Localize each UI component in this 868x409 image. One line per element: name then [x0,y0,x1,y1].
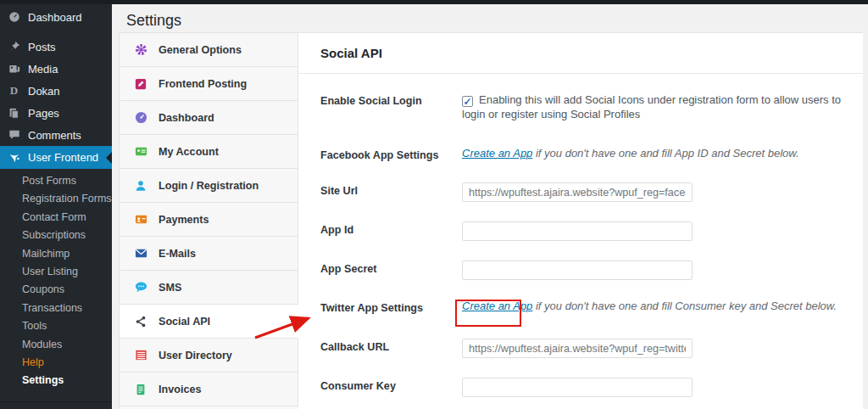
field-label: Consumer Key [320,378,462,392]
app-secret-input[interactable] [462,261,693,280]
submenu-post-forms[interactable]: Post Forms [0,172,112,190]
row-app-secret: App Secret [320,261,849,280]
sidebar-item-comments[interactable]: Comments [0,124,112,146]
settings-card: General Options Frontend Posting Dashboa… [119,32,863,409]
current-menu-arrow [106,152,112,164]
field-label: Callback URL [320,339,462,353]
main-area: Settings General Options Frontend Postin… [112,4,868,409]
row-app-id: App Id [320,221,849,241]
tab-general-options[interactable]: General Options [120,33,298,67]
tab-label: User Directory [159,350,232,361]
panel-heading: Social API [320,45,849,62]
user-frontend-logo-icon [8,151,20,164]
tab-label: SMS [159,282,181,294]
dokan-icon: D [8,85,20,98]
row-callback-url: Callback URL [320,339,849,358]
tab-label: Login / Registration [159,180,259,192]
submenu-mailchimp[interactable]: Mailchimp [0,245,112,263]
panel-header: Social API [298,33,863,74]
tab-payments[interactable]: Payments [120,203,298,237]
tab-emails[interactable]: E-Mails [120,237,298,271]
tab-frontend-posting[interactable]: Frontend Posting [120,67,298,101]
admin-sidebar: Dashboard Posts Media D Dokan Pages Comm… [0,0,112,409]
tab-label: Payments [159,214,209,226]
sidebar-item-dokan[interactable]: D Dokan [0,80,112,102]
field-label: Site Url [320,182,462,197]
submenu-modules[interactable]: Modules [0,336,112,354]
tab-label: My Account [159,146,219,158]
tab-user-directory[interactable]: User Directory [120,339,298,373]
submenu-settings[interactable]: Settings [0,372,112,389]
row-facebook-app-settings: Facebook App Settings Create an App if y… [320,147,849,161]
checkbox-enable-social-login[interactable]: ✓ [462,96,473,107]
tab-dashboard[interactable]: Dashboard [120,101,298,135]
submenu-transactions[interactable]: Transactions [0,300,112,317]
dashboard-gauge-icon [8,11,20,24]
submenu-coupons[interactable]: Coupons [0,281,112,299]
person-icon [134,179,147,193]
sidebar-item-pages[interactable]: Pages [0,102,112,124]
sidebar-item-user-frontend[interactable]: User Frontend [0,146,112,169]
submenu-contact-form[interactable]: Contact Form [0,209,112,227]
tab-label: E-Mails [159,248,196,260]
gauge-icon [134,111,147,125]
field-label: App Id [320,221,462,236]
gear-icon [134,43,147,57]
pages-icon [8,107,20,120]
envelope-icon [134,247,147,261]
field-label: Enable Social Login [320,92,462,107]
sidebar-item-media[interactable]: Media [0,58,112,80]
sidebar-item-label: Comments [28,129,81,142]
user-frontend-submenu: Post Forms Registration Forms Contact Fo… [0,169,112,395]
sidebar-item-woocommerce[interactable]: woo WooCommerce [0,401,112,409]
tab-label: Frontend Posting [159,78,247,90]
chat-bubble-icon [134,281,147,294]
sidebar-item-label: Dashboard [28,11,82,24]
comment-bubble-icon [8,129,20,142]
app-id-input[interactable] [462,221,693,241]
payment-card-icon [134,213,147,227]
admin-bar [0,0,868,4]
consumer-key-input[interactable] [462,378,693,397]
list-icon [134,349,147,362]
tab-login-registration[interactable]: Login / Registration [120,169,298,203]
sidebar-item-label: User Frontend [28,151,98,164]
sidebar-item-label: Posts [28,41,56,53]
submenu-tools[interactable]: Tools [0,317,112,335]
pin-icon [8,41,20,53]
sidebar-item-label: Dokan [28,85,60,98]
checkbox-description: Enabling this will add Social Icons unde… [462,93,841,120]
invoice-icon [134,383,147,396]
tab-my-account[interactable]: My Account [120,135,298,169]
submenu-user-listing[interactable]: User Listing [0,263,112,281]
sidebar-item-label: Media [28,63,58,76]
submenu-registration-forms[interactable]: Registration Forms [0,190,112,208]
tab-sms[interactable]: SMS [120,271,298,305]
sidebar-item-posts[interactable]: Posts [0,36,112,58]
row-twitter-app-settings: Twitter App Settings Create an App if yo… [320,300,849,314]
site-url-input[interactable] [462,182,693,202]
tab-invoices[interactable]: Invoices [120,373,298,406]
tab-label: Social API [159,316,210,328]
sidebar-item-dashboard[interactable]: Dashboard [0,6,112,28]
tab-label: Invoices [159,384,201,395]
twitter-note: if you don't have one and fill Consumer … [532,300,837,312]
row-consumer-key: Consumer Key [320,378,849,397]
tab-label: General Options [159,44,242,56]
field-label: Twitter App Settings [320,300,462,314]
submenu-help[interactable]: Help [0,354,112,372]
field-label: Facebook App Settings [320,147,462,161]
submenu-subscriptions[interactable]: Subscriptions [0,227,112,244]
sidebar-item-label: Pages [28,107,59,120]
facebook-note: if you don't have one and fill App ID an… [532,147,798,160]
media-icon [8,63,20,76]
settings-tab-list: General Options Frontend Posting Dashboa… [119,32,298,409]
tab-social-api[interactable]: Social API [120,305,298,339]
facebook-create-app-link[interactable]: Create an App [462,147,532,160]
twitter-create-app-link[interactable]: Create an App [462,300,532,312]
tab-label: Dashboard [159,112,214,124]
field-label: App Secret [320,261,462,275]
pencil-square-icon [134,77,147,91]
row-site-url: Site Url [320,182,849,202]
callback-url-input[interactable] [462,339,693,358]
